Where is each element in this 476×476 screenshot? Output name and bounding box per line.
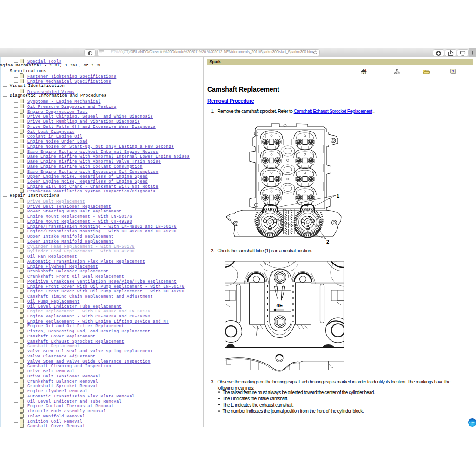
svg-text:1: 1 [337, 193, 339, 198]
svg-text:2: 2 [326, 239, 329, 245]
svg-text:4E: 4E [276, 303, 283, 308]
